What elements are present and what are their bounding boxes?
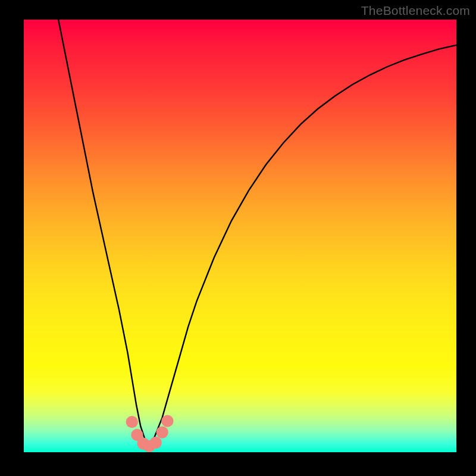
watermark-text: TheBottleneck.com xyxy=(361,4,470,18)
gradient-background xyxy=(24,20,456,452)
plot-area xyxy=(24,20,456,452)
chart-frame: TheBottleneck.com xyxy=(0,0,476,476)
